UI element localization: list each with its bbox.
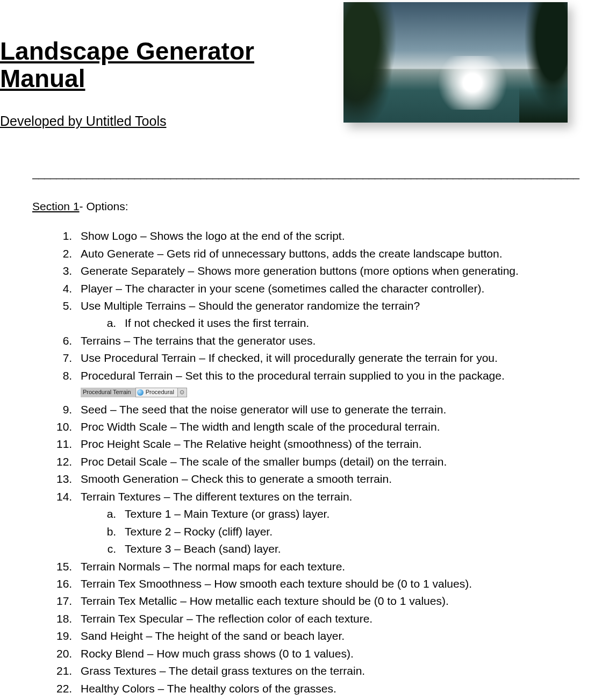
option-item: Grass Textures – The detail grass textur… [75,663,584,679]
option-text: Healthy Colors – The healthy colors of t… [81,682,336,695]
options-list: Show Logo – Shows the logo at the end of… [32,228,584,697]
section-label: Section 1 [32,200,80,212]
option-text: Rocky Blend – How much grass shows (0 to… [81,647,354,660]
horizontal-divider: ________________________________________… [32,167,584,180]
hero-sun-glare [435,56,510,110]
option-text: Proc Detail Scale – The scale of the sma… [81,455,447,468]
header-row: Landscape Generator Manual Developed by … [0,0,616,129]
option-text: Seed – The seed that the noise generator… [81,403,446,416]
document-page: Landscape Generator Manual Developed by … [0,0,616,700]
option-item: Healthy Colors – The healthy colors of t… [75,681,584,697]
inspector-field-value-text: Procedural [146,388,174,397]
option-text: Auto Generate – Gets rid of unnecessary … [81,247,503,260]
option-item: Proc Width Scale – The width and length … [75,419,584,435]
option-item: Sand Height – The height of the sand or … [75,628,584,644]
option-text: Terrain Tex Metallic – How metallic each… [81,595,449,607]
document-subtitle: Developed by Untitled Tools [0,113,343,129]
prefab-icon [137,389,144,396]
section-heading: Section 1- Options: [32,200,584,213]
option-text: Use Multiple Terrains – Should the gener… [81,299,420,312]
option-text: Proc Width Scale – The width and length … [81,420,440,433]
option-subitem: If not checked it uses the first terrain… [119,315,584,331]
option-item: Rocky Blend – How much grass shows (0 to… [75,646,584,662]
option-text: Sand Height – The height of the sand or … [81,630,345,642]
inspector-field: Procedural TerrainProcedural⊙ [81,388,187,397]
option-item: Player – The character in your scene (so… [75,281,584,297]
option-subitem: Texture 3 – Beach (sand) layer. [119,541,584,557]
document-title: Landscape Generator Manual [0,38,343,92]
option-text: Terrain Tex Smoothness – How smooth each… [81,577,472,590]
option-subitem: Texture 1 – Main Texture (or grass) laye… [119,506,584,522]
option-item: Use Multiple Terrains – Should the gener… [75,298,584,332]
option-item: Smooth Generation – Check this to genera… [75,471,584,487]
object-picker-button[interactable]: ⊙ [177,388,187,397]
option-item: Terrain Textures – The different texture… [75,489,584,558]
option-item: Proc Height Scale – The Relative height … [75,436,584,452]
option-item: Seed – The seed that the noise generator… [75,402,584,418]
option-text: Proc Height Scale – The Relative height … [81,438,422,450]
option-item: Terrains – The terrains that the generat… [75,333,584,349]
option-item: Use Procedural Terrain – If checked, it … [75,350,584,366]
option-item: Terrain Normals – The normal maps for ea… [75,559,584,575]
option-text: Generate Separately – Shows more generat… [81,265,519,277]
option-item: Generate Separately – Shows more generat… [75,263,584,279]
option-text: Terrain Normals – The normal maps for ea… [81,560,345,573]
option-text: Use Procedural Terrain – If checked, it … [81,352,498,364]
option-item: Show Logo – Shows the logo at the end of… [75,228,584,244]
option-item: Procedural Terrain – Set this to the pro… [75,368,584,401]
option-text: Show Logo – Shows the logo at the end of… [81,230,345,242]
option-item: Proc Detail Scale – The scale of the sma… [75,454,584,470]
option-sublist: If not checked it uses the first terrain… [81,315,584,331]
content-area: ________________________________________… [0,129,616,697]
option-text: Terrain Tex Specular – The reflection co… [81,612,373,625]
option-text: Grass Textures – The detail grass textur… [81,665,365,677]
option-text: Player – The character in your scene (so… [81,282,484,295]
option-sublist: Texture 1 – Main Texture (or grass) laye… [81,506,584,557]
option-item: Terrain Tex Specular – The reflection co… [75,611,584,627]
option-item: Terrain Tex Metallic – How metallic each… [75,593,584,609]
option-item: Auto Generate – Gets rid of unnecessary … [75,246,584,262]
hero-foliage-left [343,2,403,123]
option-text: Procedural Terrain – Set this to the pro… [81,369,505,382]
hero-foliage-right [519,2,568,123]
option-text: Smooth Generation – Check this to genera… [81,473,392,485]
section-suffix: - Options: [80,200,128,212]
inspector-field-value[interactable]: Procedural [135,388,177,397]
option-text: Terrains – The terrains that the generat… [81,334,316,347]
option-subitem: Texture 2 – Rocky (cliff) layer. [119,524,584,540]
header-text-block: Landscape Generator Manual Developed by … [0,0,343,129]
option-text: Terrain Textures – The different texture… [81,490,352,503]
inspector-field-label: Procedural Terrain [81,388,135,397]
option-item: Terrain Tex Smoothness – How smooth each… [75,576,584,592]
hero-landscape-image [343,2,568,123]
